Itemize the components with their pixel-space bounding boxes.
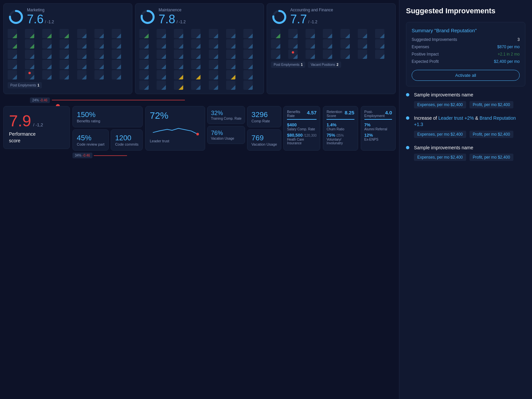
post-employments-num: 1 [38,83,40,87]
tile [243,80,253,90]
tile [243,39,253,49]
tile [139,29,149,38]
tile [243,29,253,38]
leader-trust-link[interactable]: Leader trust +2% [438,115,474,121]
tile [60,70,69,79]
tile [226,39,235,49]
connector2-change: -0.46 [82,154,90,157]
tile [60,60,69,69]
tile [209,70,218,79]
leader-stats-row: 72% Leader trust 32% Training Comp. Rate [145,106,396,151]
tile [8,29,17,38]
dept-card-maintenance: Maintanence 7.8 / -1.2 [135,3,264,94]
benefits-rate-label-1: Salary Comp. Rate [287,127,317,131]
post-emp-header: Post-Employment 4.0 [364,110,392,120]
improvement-details-1: Expenses, per mo $2,400 Profit, per mo $… [414,101,525,108]
improvement-title-1: Sample improvements name [414,92,525,98]
tile [191,50,200,59]
maintenance-donut [139,9,156,25]
retention-rate-row-2: 75% /25% Voluntary/ Involunatry [327,133,354,145]
tile [77,39,86,49]
tile [157,29,166,38]
tile [174,29,183,38]
tile [226,29,235,38]
marketing-donut [8,9,24,25]
tile [77,29,86,38]
tile [174,50,183,59]
retention-rate-val-2: 75% [327,133,335,138]
accounting-score: 7.7 [290,12,307,26]
marketing-tiles [8,29,128,79]
imp-profit-val-2: $2,400 [498,132,510,137]
accounting-title: Accounting and Finance [290,8,333,12]
perf-score-label2: score [9,138,64,143]
tile [112,70,121,79]
activate-all-button[interactable]: Activate all [412,70,520,81]
benefits-rate-row-2: $80,500 /120,300 Heath Care Insurance [287,133,317,145]
retention-rate-score: 8.25 [344,110,354,118]
accounting-post-badge: Post Emplyments 1 [271,62,305,68]
tile [112,50,121,59]
positive-impact-val: +2.1 in 2 mo [498,52,520,57]
post-employment-card: Post-Employment 4.0 7% Alumni Referral 1… [361,106,396,151]
right-panel: Suggested Improvements Summary "Brand Re… [399,0,532,399]
tile [191,29,200,38]
connector-svg-bottom [94,153,127,158]
tile [94,29,104,38]
accounting-change: / -1.2 [308,20,317,24]
tile [60,39,69,49]
tile [25,29,34,38]
comp-vacation-col: 3296 Comp Rate 769 Vacation Usage [247,106,281,151]
maintenance-change: / -1.2 [177,20,186,24]
imp-profit-val-3: $2,400 [498,155,510,160]
code-stats-row: 45% Code review part 1200 Code commits [72,129,143,151]
code-commits-card: 1200 Code commits [111,129,143,151]
tile [139,50,149,59]
tile [94,39,104,49]
tile [174,39,183,49]
departments-row: Marketing 7.6 / -1.2 [3,3,396,94]
connector-area-top: 24% -0.46 [30,97,396,103]
improvement-profit-2: Profit, per mo $2,400 [469,131,513,138]
connector2-pct: 34% [75,154,81,157]
leader-trust-pct: 72% [150,110,201,121]
vacation-usage-big-card: 769 Vacation Usage [247,129,281,151]
tile [191,70,200,79]
accounting-donut [271,9,288,25]
tile [209,29,218,38]
tile [42,70,52,79]
tile [306,29,315,38]
tile [209,80,218,90]
dept-card-accounting: Accounting and Finance 7.7 / -1.2 [267,3,396,94]
imp-profit-label-1: Profit, per mo [473,102,497,107]
tile [139,80,149,90]
accounting-post-label: Post Emplyments [274,63,300,66]
improvement-profit-1: Profit, per mo $2,400 [469,101,513,108]
tile [42,29,52,38]
comp-rate-label: Comp Rate [251,119,277,123]
tile [226,80,235,90]
retention-rate-sub-2: /25% [336,134,344,137]
retention-rate-val-1: 1.4% [327,122,354,127]
retention-rate-header: Retention Score 8.25 [327,110,354,120]
tile [60,29,69,38]
left-bottom-section: 7.9 / -1,2 Performance score 150% Benefi… [3,105,396,158]
tile [226,50,235,59]
tile [323,39,332,49]
tile [60,50,69,59]
suggested-count: 3 [517,37,520,42]
suggested-improvements-title: Suggested Improvements [406,7,525,15]
vacation-usage-pct: 76% [211,130,241,137]
marketing-title: Marketing [27,8,54,12]
tile [112,39,121,49]
main-container: Marketing 7.6 / -1.2 [0,0,532,399]
expected-profit-label: Expected Profit [412,59,439,64]
tile [243,50,253,59]
tile [77,50,86,59]
tile [191,80,200,90]
perf-score-card: 7.9 / -1,2 Performance score [3,106,70,149]
benefits-rate-card: Benefits Rate 4.57 $400 Salary Comp. Rat… [283,106,320,151]
maintenance-title: Maintanence [159,8,186,12]
benefits-rate-sub-2: /120,300 [304,134,317,137]
imp-exp-val-2: $2,400 [451,132,463,137]
